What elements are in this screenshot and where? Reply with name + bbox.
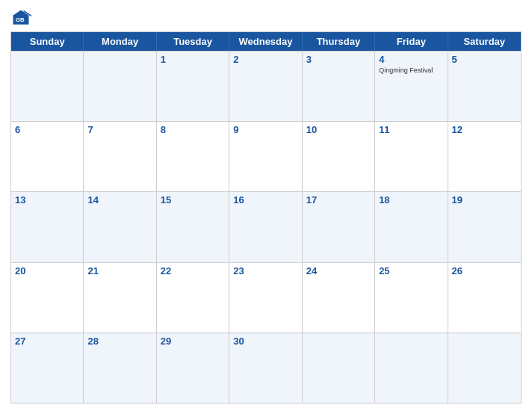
calendar-cell: 12	[448, 122, 521, 191]
day-number: 19	[452, 194, 517, 206]
calendar-cell: 18	[375, 192, 448, 262]
calendar-cell: 23	[229, 263, 302, 333]
day-number: 9	[233, 124, 297, 135]
day-number: 13	[15, 194, 79, 206]
calendar-cell: 2	[229, 52, 302, 121]
calendar: SundayMondayTuesdayWednesdayThursdayFrid…	[10, 31, 522, 404]
day-number: 11	[379, 124, 443, 135]
header-day-sunday: Sunday	[11, 32, 84, 51]
header-day-tuesday: Tuesday	[157, 32, 229, 51]
calendar-week-3: 20212223242526	[11, 262, 521, 333]
day-number: 16	[233, 194, 297, 206]
general-blue-icon: GB	[10, 7, 31, 28]
day-number: 4	[379, 54, 443, 65]
day-number: 18	[379, 194, 443, 206]
day-number: 26	[452, 265, 517, 276]
calendar-cell: 16	[229, 192, 302, 262]
calendar-cell: 11	[375, 122, 448, 191]
day-number: 8	[161, 124, 225, 135]
day-number: 14	[87, 194, 152, 206]
page: GB SundayMondayTuesdayWednesdayThursdayF…	[0, 0, 532, 411]
day-number: 30	[233, 336, 297, 347]
day-number: 21	[87, 265, 152, 276]
day-number: 3	[306, 54, 371, 65]
day-number: 25	[379, 265, 443, 276]
header-day-friday: Friday	[375, 32, 448, 51]
day-number: 28	[87, 336, 152, 347]
calendar-cell: 3	[303, 52, 375, 121]
calendar-cell: 6	[11, 122, 84, 191]
calendar-body: 1234Qingming Festival5678910111213141516…	[11, 51, 521, 403]
calendar-cell: 20	[11, 263, 84, 333]
header: GB	[10, 7, 522, 28]
day-number: 5	[452, 54, 517, 65]
calendar-cell: 4Qingming Festival	[375, 52, 448, 121]
calendar-week-0: 1234Qingming Festival5	[11, 51, 521, 121]
calendar-cell	[84, 52, 156, 121]
calendar-cell: 5	[448, 52, 521, 121]
calendar-cell: 26	[448, 263, 521, 333]
day-number: 12	[452, 124, 517, 135]
day-number: 27	[15, 336, 79, 347]
calendar-cell: 22	[157, 263, 229, 333]
calendar-cell: 29	[157, 333, 229, 403]
day-number: 17	[306, 194, 371, 206]
day-number: 20	[15, 265, 79, 276]
day-number: 29	[161, 336, 225, 347]
event-label: Qingming Festival	[379, 67, 443, 75]
header-day-monday: Monday	[84, 32, 156, 51]
calendar-cell: 25	[375, 263, 448, 333]
day-number: 22	[161, 265, 225, 276]
logo: GB	[10, 7, 34, 28]
header-day-saturday: Saturday	[448, 32, 521, 51]
calendar-week-1: 6789101112	[11, 121, 521, 191]
calendar-cell: 9	[229, 122, 302, 191]
calendar-cell: 24	[303, 263, 375, 333]
calendar-cell: 19	[448, 192, 521, 262]
calendar-cell	[375, 333, 448, 403]
day-number: 15	[161, 194, 225, 206]
svg-text:GB: GB	[16, 16, 25, 23]
calendar-cell: 17	[303, 192, 375, 262]
calendar-cell	[11, 52, 84, 121]
calendar-cell: 14	[84, 192, 156, 262]
calendar-cell: 8	[157, 122, 229, 191]
day-number: 2	[233, 54, 297, 65]
calendar-cell: 30	[229, 333, 302, 403]
day-number: 24	[306, 265, 371, 276]
calendar-cell: 13	[11, 192, 84, 262]
day-number: 6	[15, 124, 79, 135]
header-day-wednesday: Wednesday	[229, 32, 302, 51]
calendar-cell	[303, 333, 375, 403]
calendar-week-4: 27282930	[11, 333, 521, 403]
calendar-cell: 10	[303, 122, 375, 191]
calendar-cell: 21	[84, 263, 156, 333]
day-number: 10	[306, 124, 371, 135]
day-number: 23	[233, 265, 297, 276]
calendar-cell: 27	[11, 333, 84, 403]
day-number: 7	[87, 124, 152, 135]
header-day-thursday: Thursday	[303, 32, 375, 51]
calendar-cell: 28	[84, 333, 156, 403]
calendar-cell: 1	[157, 52, 229, 121]
calendar-header: SundayMondayTuesdayWednesdayThursdayFrid…	[11, 32, 521, 51]
calendar-cell	[448, 333, 521, 403]
calendar-cell: 7	[84, 122, 156, 191]
day-number: 1	[161, 54, 225, 65]
calendar-week-2: 13141516171819	[11, 191, 521, 262]
calendar-cell: 15	[157, 192, 229, 262]
